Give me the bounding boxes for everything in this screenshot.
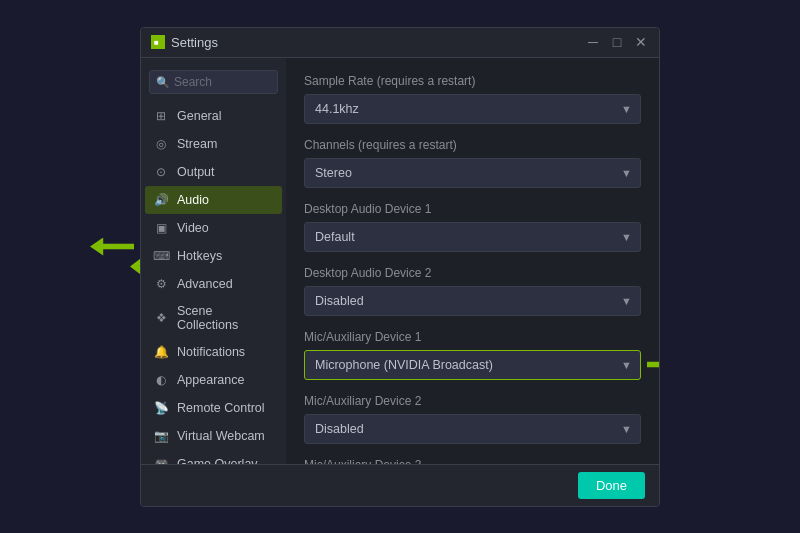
mic-aux-2-wrapper: Disabled Default ▼ <box>304 414 641 444</box>
search-box: 🔍 <box>149 70 278 94</box>
window-title: Settings <box>171 35 218 50</box>
sidebar-label-output: Output <box>177 165 215 179</box>
audio-nav-arrow <box>90 238 134 256</box>
notifications-icon: 🔔 <box>153 344 169 360</box>
video-icon: ▣ <box>153 220 169 236</box>
sidebar-item-advanced[interactable]: ⚙ Advanced <box>141 270 286 298</box>
svg-text:■: ■ <box>154 38 159 47</box>
sidebar-label-video: Video <box>177 221 209 235</box>
sidebar-label-stream: Stream <box>177 137 217 151</box>
sidebar-label-notifications: Notifications <box>177 345 245 359</box>
window-body: 🔍 ⊞ General ◎ Stream ⊙ Output 🔊 Au <box>141 58 659 464</box>
sidebar-item-remote-control[interactable]: 📡 Remote Control <box>141 394 286 422</box>
mic-aux-1-select[interactable]: Microphone (NVIDIA Broadcast) Disabled D… <box>304 350 641 380</box>
close-button[interactable]: ✕ <box>633 35 649 49</box>
advanced-icon: ⚙ <box>153 276 169 292</box>
mic-aux-1-arrow-right <box>647 356 659 374</box>
sidebar-item-game-overlay[interactable]: 🎮 Game Overlay <box>141 450 286 464</box>
appearance-icon: ◐ <box>153 372 169 388</box>
sidebar-label-webcam: Virtual Webcam <box>177 429 265 443</box>
sidebar-label-scene: Scene Collections <box>177 304 274 332</box>
sidebar-item-scene-collections[interactable]: ❖ Scene Collections <box>141 298 286 338</box>
stream-icon: ◎ <box>153 136 169 152</box>
search-icon: 🔍 <box>156 75 170 88</box>
desktop-audio-1-select[interactable]: Default Disabled <box>304 222 641 252</box>
sidebar-item-output[interactable]: ⊙ Output <box>141 158 286 186</box>
audio-settings-panel: Sample Rate (requires a restart) 44.1khz… <box>286 58 659 464</box>
sidebar-item-audio[interactable]: 🔊 Audio <box>145 186 282 214</box>
sidebar-label-overlay: Game Overlay <box>177 457 258 464</box>
scene-icon: ❖ <box>153 310 169 326</box>
sidebar: 🔍 ⊞ General ◎ Stream ⊙ Output 🔊 Au <box>141 58 286 464</box>
sample-rate-label: Sample Rate (requires a restart) <box>304 74 641 88</box>
sidebar-label-hotkeys: Hotkeys <box>177 249 222 263</box>
maximize-button[interactable]: □ <box>609 35 625 49</box>
sidebar-label-audio: Audio <box>177 193 209 207</box>
remote-icon: 📡 <box>153 400 169 416</box>
overlay-icon: 🎮 <box>153 456 169 464</box>
desktop-audio-2-label: Desktop Audio Device 2 <box>304 266 641 280</box>
mic-aux-1-wrapper: Microphone (NVIDIA Broadcast) Disabled D… <box>304 350 641 380</box>
titlebar-controls: ─ □ ✕ <box>585 35 649 49</box>
sample-rate-wrapper: 44.1khz 48khz ▼ <box>304 94 641 124</box>
mic-aux-2-label: Mic/Auxiliary Device 2 <box>304 394 641 408</box>
titlebar: ■ Settings ─ □ ✕ <box>141 28 659 58</box>
webcam-icon: 📷 <box>153 428 169 444</box>
sidebar-label-appearance: Appearance <box>177 373 244 387</box>
sidebar-item-general[interactable]: ⊞ General <box>141 102 286 130</box>
hotkeys-icon: ⌨ <box>153 248 169 264</box>
mic-aux-2-select[interactable]: Disabled Default <box>304 414 641 444</box>
desktop-audio-1-label: Desktop Audio Device 1 <box>304 202 641 216</box>
done-button[interactable]: Done <box>578 472 645 499</box>
desktop-audio-2-wrapper: Disabled Default ▼ <box>304 286 641 316</box>
channels-label: Channels (requires a restart) <box>304 138 641 152</box>
desktop-audio-1-wrapper: Default Disabled ▼ <box>304 222 641 252</box>
sidebar-label-general: General <box>177 109 221 123</box>
channels-wrapper: Stereo Mono 2.1 4.0 4.1 5.1 7.1 ▼ <box>304 158 641 188</box>
sidebar-item-notifications[interactable]: 🔔 Notifications <box>141 338 286 366</box>
output-icon: ⊙ <box>153 164 169 180</box>
sidebar-item-video[interactable]: ▣ Video <box>141 214 286 242</box>
minimize-button[interactable]: ─ <box>585 35 601 49</box>
sample-rate-select[interactable]: 44.1khz 48khz <box>304 94 641 124</box>
audio-icon: 🔊 <box>153 192 169 208</box>
sidebar-item-appearance[interactable]: ◐ Appearance <box>141 366 286 394</box>
mic-aux-1-label: Mic/Auxiliary Device 1 <box>304 330 641 344</box>
settings-window: ■ Settings ─ □ ✕ 🔍 ⊞ General <box>140 27 660 507</box>
channels-select[interactable]: Stereo Mono 2.1 4.0 4.1 5.1 7.1 <box>304 158 641 188</box>
sidebar-item-stream[interactable]: ◎ Stream <box>141 130 286 158</box>
sidebar-item-virtual-webcam[interactable]: 📷 Virtual Webcam <box>141 422 286 450</box>
sidebar-label-advanced: Advanced <box>177 277 233 291</box>
sidebar-label-remote: Remote Control <box>177 401 265 415</box>
bottom-bar: Done <box>141 464 659 506</box>
sidebar-item-hotkeys[interactable]: ⌨ Hotkeys <box>141 242 286 270</box>
titlebar-left: ■ Settings <box>151 35 218 50</box>
app-icon: ■ <box>151 35 165 49</box>
general-icon: ⊞ <box>153 108 169 124</box>
desktop-audio-2-select[interactable]: Disabled Default <box>304 286 641 316</box>
mic-aux-3-label: Mic/Auxiliary Device 3 <box>304 458 641 464</box>
